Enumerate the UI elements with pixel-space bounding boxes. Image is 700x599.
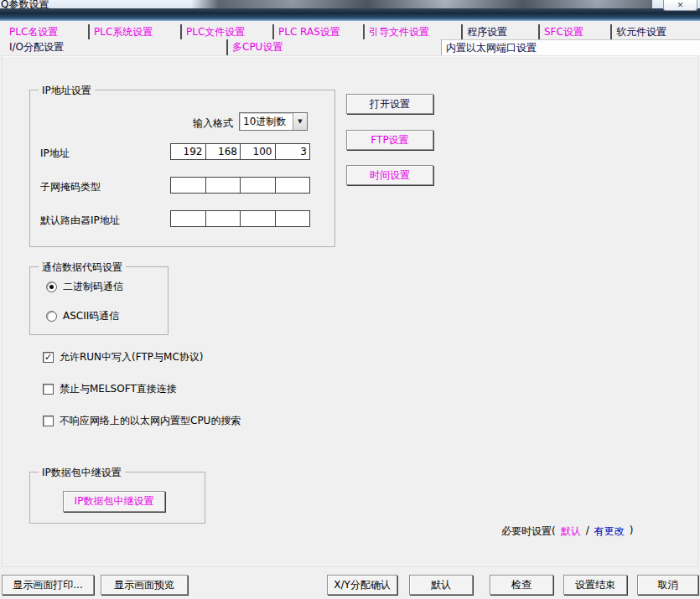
checkbox-allow-run-write[interactable]: ✓ 允许RUN中写入(FTP与MC协议) [43, 350, 203, 364]
tab-sfc-setting[interactable]: SFC设置 [538, 24, 610, 39]
tab-row-1: PLC名设置 PLC系统设置 PLC文件设置 PLC RAS设置 引导文件设置 … [0, 24, 700, 39]
radio-binary-label: 二进制码通信 [63, 280, 123, 294]
tab-io-assignment-setting[interactable]: I/O分配设置 [5, 39, 226, 55]
xy-assignment-confirm-button[interactable]: X/Y分配确认 [327, 575, 397, 595]
checkbox-icon[interactable]: ✓ [43, 384, 54, 395]
tab-device-setting[interactable]: 软元件设置 [610, 24, 700, 39]
ip-address-fields [170, 143, 310, 160]
radio-icon[interactable] [46, 311, 57, 322]
tab-strip: PLC名设置 PLC系统设置 PLC文件设置 PLC RAS设置 引导文件设置 … [0, 24, 700, 55]
dialog-window: Q参数设置 ✕ PLC名设置 PLC系统设置 PLC文件设置 PLC RAS设置… [0, 0, 700, 599]
ip-address-octet-4[interactable] [275, 144, 310, 159]
tab-plc-ras-setting[interactable]: PLC RAS设置 [272, 24, 363, 39]
hint-prefix: 必要时设置( [501, 524, 556, 539]
subnet-mask-octet-4[interactable] [275, 178, 310, 193]
checkbox-disable-melsoft-direct-label: 禁止与MELSOFT直接连接 [60, 382, 177, 396]
subnet-mask-label: 子网掩码类型 [40, 180, 101, 194]
checkbox-allow-run-write-label: 允许RUN中写入(FTP与MC协议) [60, 350, 203, 364]
checkbox-no-cpu-search-response-label: 不响应网络上的以太网内置型CPU的搜索 [60, 414, 241, 428]
radio-binary-comm[interactable]: 二进制码通信 [46, 280, 123, 294]
router-ip-octet-3[interactable] [240, 211, 275, 226]
subnet-mask-octet-3[interactable] [240, 178, 275, 193]
input-format-value: 10进制数 [240, 113, 293, 130]
default-router-ip-label: 默认路由器IP地址 [40, 214, 120, 228]
print-screen-button[interactable]: 显示画面打印... [2, 575, 94, 595]
comm-data-code-group: 通信数据代码设置 [29, 266, 169, 335]
radio-icon[interactable] [46, 281, 57, 292]
ip-address-octet-1[interactable] [171, 144, 205, 159]
close-icon: ✕ [677, 1, 684, 9]
checkbox-icon[interactable]: ✓ [43, 416, 54, 426]
input-format-dropdown[interactable]: 10进制数 ▼ [239, 112, 308, 131]
close-button[interactable]: ✕ [663, 0, 697, 11]
tab-builtin-ethernet-port-setting[interactable]: 内置以太网端口设置 [441, 39, 700, 55]
subnet-mask-octet-1[interactable] [171, 178, 205, 193]
radio-ascii-label: ASCII码通信 [63, 309, 119, 323]
input-format-label: 输入格式 [193, 116, 233, 131]
router-ip-octet-4[interactable] [275, 211, 310, 226]
background-window-glimpse [191, 0, 652, 8]
subnet-mask-fields [170, 177, 310, 194]
router-ip-octet-1[interactable] [171, 211, 205, 226]
tab-program-setting[interactable]: 程序设置 [461, 24, 538, 39]
titlebar-lower-band [0, 8, 700, 21]
tab-plc-system-setting[interactable]: PLC系统设置 [88, 24, 180, 39]
router-ip-octet-2[interactable] [205, 211, 241, 226]
hint-default-label: 默认 [561, 524, 581, 539]
preview-screen-button[interactable]: 显示画面预览 [101, 575, 188, 595]
window-title: Q参数设置 [1, 0, 49, 8]
radio-ascii-comm[interactable]: ASCII码通信 [46, 309, 119, 323]
ip-address-label: IP地址 [40, 147, 70, 161]
time-settings-button[interactable]: 时间设置 [346, 165, 433, 185]
checkbox-no-cpu-search-response[interactable]: ✓ 不响应网络上的以太网内置型CPU的搜索 [43, 414, 241, 428]
ip-group-title: IP地址设置 [39, 84, 95, 98]
default-button[interactable]: 默认 [409, 575, 473, 595]
check-button[interactable]: 检查 [490, 575, 553, 595]
dropdown-arrow-icon[interactable]: ▼ [293, 113, 307, 130]
tab-plc-name-setting[interactable]: PLC名设置 [5, 24, 88, 39]
ftp-settings-button[interactable]: FTP设置 [346, 130, 433, 150]
ip-address-octet-2[interactable] [205, 144, 241, 159]
tab-plc-file-setting[interactable]: PLC文件设置 [180, 24, 272, 39]
subnet-mask-octet-2[interactable] [205, 178, 241, 193]
relay-group-title: IP数据包中继设置 [39, 466, 125, 480]
setting-hint-legend: 必要时设置( 默认 / 有更改 ) [501, 524, 633, 539]
hint-separator: / [586, 524, 589, 539]
open-settings-button[interactable]: 打开设置 [346, 94, 433, 114]
checkbox-icon[interactable]: ✓ [43, 352, 54, 363]
checkbox-disable-melsoft-direct[interactable]: ✓ 禁止与MELSOFT直接连接 [43, 382, 177, 396]
ip-packet-relay-button[interactable]: IP数据包中继设置 [63, 491, 165, 512]
cancel-button[interactable]: 取消 [637, 575, 698, 595]
tab-multi-cpu-setting[interactable]: 多CPU设置 [226, 39, 441, 55]
finish-setting-button[interactable]: 设置结束 [563, 575, 627, 595]
hint-changed-label: 有更改 [594, 524, 625, 539]
titlebar[interactable]: Q参数设置 [0, 0, 700, 8]
tab-boot-file-setting[interactable]: 引导文件设置 [363, 24, 461, 39]
comm-group-title: 通信数据代码设置 [39, 261, 126, 275]
tab-row-2: I/O分配设置 多CPU设置 内置以太网端口设置 [0, 39, 700, 55]
ip-address-octet-3[interactable] [240, 144, 275, 159]
default-router-ip-fields [170, 210, 310, 227]
hint-suffix: ) [630, 524, 634, 539]
